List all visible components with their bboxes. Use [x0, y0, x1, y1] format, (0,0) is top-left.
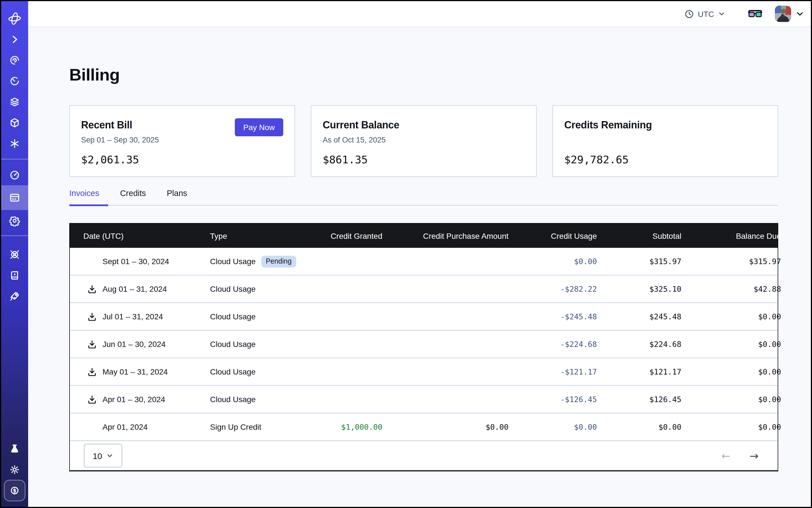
next-page-button[interactable]: → — [750, 450, 759, 461]
page-size-select[interactable]: 10 — [84, 444, 122, 467]
sidebar-item-expand[interactable] — [1, 29, 28, 50]
cube-icon — [9, 117, 20, 128]
table-row: May 01 – 31, 2024 Cloud Usage -$121.17 $… — [70, 357, 778, 385]
app-logo[interactable] — [1, 8, 28, 29]
download-icon — [87, 339, 96, 349]
3d-glasses-icon — [748, 9, 762, 18]
credit-usage: -$282.22 — [509, 285, 597, 293]
col-type: Type — [210, 231, 317, 240]
table-footer: 10 ← → — [70, 440, 778, 470]
sidebar-item-layers[interactable] — [1, 91, 28, 112]
sidebar-item-functions[interactable] — [1, 133, 28, 154]
svg-text:$: $ — [13, 488, 16, 494]
main-column: UTC — [28, 1, 811, 507]
chevron-down-icon — [107, 452, 114, 459]
credit-granted: $1,000.00 — [317, 422, 382, 431]
sidebar-item-packages[interactable] — [1, 112, 28, 133]
sidebar-item-labs[interactable] — [1, 438, 28, 459]
sidebar-divider — [1, 236, 28, 236]
page-size-value: 10 — [93, 451, 102, 460]
chevron-down-icon — [718, 10, 725, 17]
tab-plans[interactable]: Plans — [167, 189, 187, 205]
pagination: ← → — [721, 450, 759, 461]
avatar-photo — [775, 6, 791, 22]
credit-usage: -$126.45 — [509, 395, 597, 404]
balance-as-of: As of Oct 15, 2025 — [323, 136, 525, 145]
credit-usage: $0.00 — [509, 422, 597, 431]
card-sub-spacer — [564, 136, 766, 145]
billing-period: Sep 01 – Sep 30, 2025 — [81, 136, 283, 145]
timezone-select[interactable]: UTC — [685, 9, 725, 18]
invoice-date: Jun 01 – 30, 2024 — [102, 340, 166, 349]
subtotal: $245.48 — [597, 312, 681, 321]
asterisk-icon — [9, 138, 20, 149]
sidebar-item-docs[interactable] — [1, 265, 28, 286]
card-title: Credits Remaining — [564, 119, 766, 131]
sidebar-item-billing[interactable] — [1, 185, 28, 210]
dollar-badge-icon: $ — [9, 485, 20, 496]
download-invoice-button[interactable] — [86, 311, 97, 322]
logo-icon — [7, 11, 22, 26]
download-invoice-button[interactable] — [86, 338, 97, 350]
sidebar-item-getting-started[interactable] — [1, 286, 28, 306]
sidebar-item-fleet[interactable] — [1, 244, 28, 265]
sidebar-item-metrics[interactable] — [1, 164, 28, 185]
card-title: Current Balance — [323, 119, 525, 131]
balance-due: $0.00 — [681, 422, 781, 431]
glasses-button[interactable] — [748, 9, 762, 18]
chevron-right-icon — [9, 34, 20, 45]
chevron-down-icon — [796, 9, 804, 18]
invoice-date: Apr 01 – 30, 2024 — [102, 395, 165, 404]
tab-invoices[interactable]: Invoices — [69, 189, 99, 205]
timezone-label: UTC — [698, 9, 714, 18]
topbar: UTC — [28, 1, 811, 27]
subtotal: $121.17 — [597, 367, 681, 376]
tab-credits[interactable]: Credits — [120, 189, 146, 205]
credit-usage: -$224.68 — [509, 340, 597, 349]
download-slot — [86, 421, 97, 432]
billing-tabs: Invoices Credits Plans — [69, 189, 778, 206]
download-invoice-button[interactable] — [86, 366, 97, 377]
balance-due: $315.97 — [681, 257, 781, 266]
sidebar-item-traces[interactable] — [1, 50, 28, 71]
col-credit-usage: Credit Usage — [509, 231, 597, 240]
subtotal: $315.97 — [597, 257, 681, 266]
col-balance-due: Balance Due — [681, 231, 781, 240]
avatar[interactable] — [775, 6, 791, 22]
prev-page-button[interactable]: ← — [721, 450, 730, 461]
billing-page: Billing Recent Bill Sep 01 – Sep 30, 202… — [28, 27, 811, 507]
summary-cards: Recent Bill Sep 01 – Sep 30, 2025 $2,061… — [69, 105, 778, 177]
col-subtotal: Subtotal — [597, 231, 681, 240]
account-menu-button[interactable] — [796, 9, 804, 18]
table-header: Date (UTC) Type Credit Granted Credit Pu… — [70, 223, 778, 248]
invoice-date: May 01 – 31, 2024 — [102, 367, 168, 376]
sidebar-item-theme[interactable] — [1, 459, 28, 480]
app-window: $ UTC — [0, 0, 812, 508]
invoice-date: Apr 01, 2024 — [102, 422, 147, 431]
credits-remaining-card: Credits Remaining $29,782.65 — [552, 105, 778, 177]
sidebar-item-timer[interactable] — [1, 71, 28, 91]
pay-now-button[interactable]: Pay Now — [235, 118, 283, 136]
download-invoice-button[interactable] — [86, 394, 97, 405]
sidebar-item-settings[interactable] — [1, 210, 28, 231]
download-icon — [87, 312, 96, 321]
gauge-icon — [9, 169, 20, 180]
invoice-type: Cloud Usage — [210, 367, 256, 376]
credit-usage: -$245.48 — [509, 312, 597, 321]
sidebar: $ — [1, 1, 28, 507]
credit-usage: $0.00 — [509, 257, 597, 266]
sidebar-item-credits[interactable]: $ — [4, 480, 25, 501]
invoice-type: Cloud Usage — [210, 312, 256, 321]
recent-bill-card: Recent Bill Sep 01 – Sep 30, 2025 $2,061… — [69, 105, 295, 177]
subtotal: $325.10 — [597, 285, 681, 293]
invoice-type: Sign Up Credit — [210, 422, 261, 431]
credit-usage: -$121.17 — [509, 367, 597, 376]
download-icon — [87, 284, 96, 294]
spiral-icon — [9, 54, 20, 66]
table-row: Sept 01 – 30, 2024 Cloud UsagePending $0… — [70, 248, 778, 275]
timer-icon — [9, 75, 20, 86]
subtotal: $126.45 — [597, 395, 681, 404]
download-icon — [87, 394, 96, 404]
subtotal: $0.00 — [597, 422, 681, 431]
download-invoice-button[interactable] — [86, 283, 97, 295]
